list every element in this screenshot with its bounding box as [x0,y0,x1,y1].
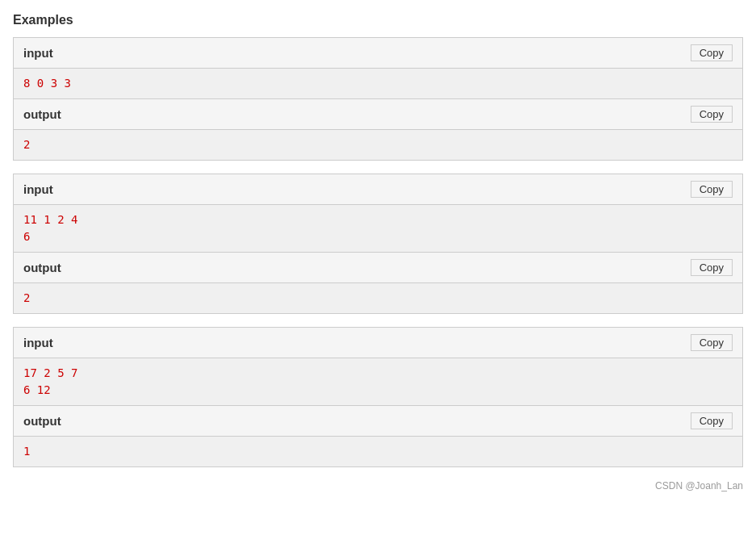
example-1-output-header: output Copy [14,98,742,130]
example-1-input-code: 8 0 3 3 [23,77,71,90]
example-3-output-content: 1 [14,437,742,466]
example-3-output-code: 1 [23,445,30,458]
example-group-1: input Copy 8 0 3 3 output Copy 2 [13,37,743,161]
example-2-output-code: 2 [23,291,30,304]
example-3-output-copy-button[interactable]: Copy [691,412,733,429]
example-3-output-header: output Copy [14,405,742,437]
example-2-input-content: 11 1 2 4 6 [14,205,742,252]
example-2-output-label: output [23,261,61,274]
example-2-output-content: 2 [14,283,742,313]
example-2-output-header: output Copy [14,252,742,283]
watermark: CSDN @Joanh_Lan [13,480,743,492]
examples-container: input Copy 8 0 3 3 output Copy 2 input C… [13,37,743,467]
example-1-input-label: input [23,46,53,60]
example-3-input-content: 17 2 5 7 6 12 [14,358,742,405]
page-title: Examples [13,13,743,27]
example-3-input-header: input Copy [14,328,742,358]
example-1-output-content: 2 [14,130,742,160]
example-3-input-label: input [23,336,53,349]
example-2-input-copy-button[interactable]: Copy [691,181,733,198]
example-1-input-content: 8 0 3 3 [14,69,742,98]
example-2-output-copy-button[interactable]: Copy [691,259,733,276]
example-1-output-copy-button[interactable]: Copy [691,106,733,123]
example-1-output-code: 2 [23,138,30,151]
example-1-input-copy-button[interactable]: Copy [691,44,733,61]
example-2-input-header: input Copy [14,174,742,205]
example-group-2: input Copy 11 1 2 4 6 output Copy 2 [13,174,743,314]
example-3-input-code: 17 2 5 7 6 12 [23,366,77,396]
example-2-input-code: 11 1 2 4 6 [23,213,77,243]
example-group-3: input Copy 17 2 5 7 6 12 output Copy 1 [13,327,743,467]
example-3-output-label: output [23,414,61,428]
example-3-input-copy-button[interactable]: Copy [691,334,733,351]
example-1-output-label: output [23,107,61,121]
example-1-input-header: input Copy [14,38,742,69]
example-2-input-label: input [23,182,53,196]
